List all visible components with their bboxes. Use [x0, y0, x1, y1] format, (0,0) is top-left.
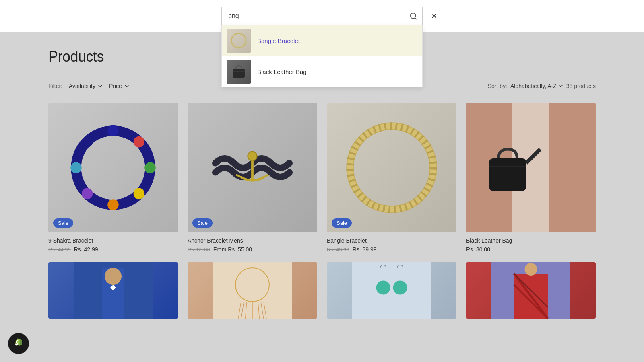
product-image-bag [466, 103, 596, 232]
product-image-bangle: Sale [327, 103, 456, 232]
sort-chevron-icon [558, 84, 563, 88]
products-count: 38 products [566, 83, 596, 89]
sort-group: Sort by: Alphabetically, A-Z 38 products [488, 83, 596, 89]
bangle-img [327, 103, 456, 232]
product-prices-bag: Rs. 30.00 [466, 246, 596, 253]
close-icon: ✕ [431, 12, 437, 21]
price-filter[interactable]: Price [109, 81, 129, 91]
product-card-earring[interactable] [327, 262, 456, 323]
bangle-thumb-img [229, 31, 249, 51]
sale-price-bangle: Rs. 39.99 [353, 246, 377, 253]
svg-rect-24 [489, 158, 526, 191]
svg-rect-4 [233, 69, 245, 78]
price-chevron-icon [124, 84, 129, 88]
sale-badge-anchor: Sale [192, 218, 213, 228]
search-icon [409, 12, 417, 20]
svg-point-13 [70, 162, 82, 173]
shakra-img [48, 103, 178, 232]
svg-point-30 [105, 268, 122, 285]
product-image-tassel [188, 262, 317, 319]
tassel-img [188, 262, 317, 319]
filter-label: Filter: [48, 83, 62, 89]
svg-point-14 [82, 136, 93, 148]
sale-price-anchor: From Rs. 55.00 [213, 246, 252, 253]
availability-filter[interactable]: Availability [69, 81, 103, 91]
header: ✕ Bangle Bracelet [0, 0, 644, 32]
close-button[interactable]: ✕ [425, 7, 443, 25]
product-name-anchor: Anchor Bracelet Mens [188, 237, 317, 244]
svg-point-2 [231, 33, 246, 48]
svg-point-48 [525, 263, 537, 276]
earring-img [327, 262, 456, 319]
svg-point-8 [134, 136, 145, 148]
sale-badge-shakra: Sale [53, 218, 73, 228]
sort-value: Alphabetically, A-Z [510, 83, 557, 89]
products-grid: Sale 9 Shakra Bracelet Rs. 44.99 Rs. 42.… [48, 103, 596, 323]
svg-rect-40 [352, 262, 431, 319]
dropdown-item-bangle-label: Bangle Bracelet [257, 37, 300, 44]
bag-img [466, 103, 596, 232]
svg-point-3 [233, 35, 244, 46]
product-card-man[interactable] [48, 262, 178, 323]
svg-line-18 [264, 175, 269, 177]
shopify-badge[interactable] [8, 333, 29, 354]
product-card-tassel[interactable] [188, 262, 317, 323]
search-bar [221, 7, 423, 25]
product-name-bangle: Bangle Bracelet [327, 237, 456, 244]
sort-select[interactable]: Alphabetically, A-Z [510, 83, 563, 89]
dropdown-thumb-bag [227, 60, 251, 84]
svg-line-1 [415, 18, 417, 19]
sale-badge-bangle: Sale [332, 218, 352, 228]
search-dropdown: Bangle Bracelet Black Leather Bag [221, 25, 423, 87]
price-label: Price [109, 83, 122, 89]
product-image-man [48, 262, 178, 319]
product-image-anchor: Sale [188, 103, 317, 232]
bag-thumb-img [229, 62, 249, 82]
sort-by-label: Sort by: [488, 83, 507, 89]
shopify-icon [13, 338, 24, 349]
anchor-img [188, 103, 317, 232]
search-button[interactable] [405, 7, 422, 25]
product-card-shakra[interactable]: Sale 9 Shakra Bracelet Rs. 44.99 Rs. 42.… [48, 103, 178, 253]
product-image-earring [327, 262, 456, 319]
search-wrapper: ✕ Bangle Bracelet [221, 7, 423, 25]
svg-point-15 [248, 152, 257, 161]
product-image-plaid [466, 262, 596, 319]
regular-price-bag: Rs. 30.00 [466, 246, 490, 253]
product-prices-shakra: Rs. 44.99 Rs. 42.99 [48, 246, 178, 253]
dropdown-item-bangle[interactable]: Bangle Bracelet [222, 25, 422, 56]
man-img [48, 262, 178, 319]
availability-label: Availability [69, 83, 95, 89]
dropdown-thumb-bangle [227, 29, 251, 53]
svg-point-7 [107, 125, 119, 136]
product-name-bag: Black Leather Bag [466, 237, 596, 244]
sale-price-shakra: Rs. 42.99 [74, 246, 98, 253]
product-card-bangle[interactable]: Sale Bangle Bracelet Rs. 43.99 Rs. 39.99 [327, 103, 456, 253]
svg-point-42 [393, 281, 407, 295]
product-image-shakra: Sale [48, 103, 178, 232]
filter-group: Filter: Availability Price [48, 81, 129, 91]
product-prices-anchor: Rs. 85.00 From Rs. 55.00 [188, 246, 317, 253]
original-price-shakra: Rs. 44.99 [48, 247, 71, 253]
dropdown-item-bag[interactable]: Black Leather Bag [222, 56, 422, 87]
svg-point-11 [107, 199, 119, 210]
svg-point-12 [82, 188, 93, 200]
product-card-anchor[interactable]: Sale Anchor Bracelet Mens Rs. 85.00 From… [188, 103, 317, 253]
svg-point-9 [144, 162, 156, 173]
original-price-anchor: Rs. 85.00 [188, 247, 210, 253]
original-price-bangle: Rs. 43.99 [327, 247, 349, 253]
svg-point-41 [376, 281, 390, 295]
dropdown-item-bag-label: Black Leather Bag [257, 68, 307, 75]
product-name-shakra: 9 Shakra Bracelet [48, 237, 178, 244]
svg-point-10 [134, 188, 145, 200]
product-card-plaid[interactable] [466, 262, 596, 323]
product-prices-bangle: Rs. 43.99 Rs. 39.99 [327, 246, 456, 253]
availability-chevron-icon [98, 84, 103, 88]
plaid-img [466, 262, 596, 319]
search-input[interactable] [222, 8, 405, 25]
product-card-bag[interactable]: Black Leather Bag Rs. 30.00 [466, 103, 596, 253]
